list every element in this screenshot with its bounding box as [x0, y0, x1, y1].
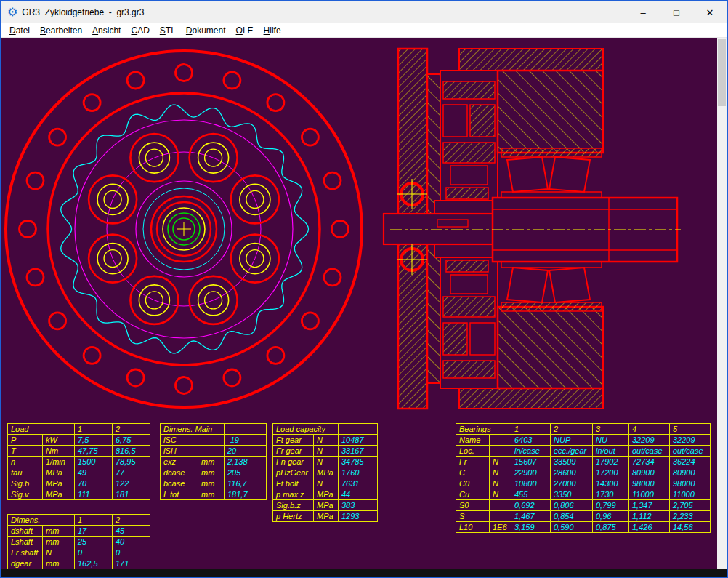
- table-row: dshaftmm1745: [8, 526, 150, 537]
- row-value: -19: [225, 435, 267, 446]
- row-label: Cu: [456, 489, 490, 500]
- pin-hole: [49, 313, 66, 329]
- table-row: FrN1560733509179027273436224: [456, 457, 711, 467]
- row-value: 1730: [593, 489, 629, 500]
- row-unit: N: [314, 435, 339, 446]
- row-value: 1760: [339, 467, 378, 478]
- table-row: C0N1080027000143009800098000: [456, 478, 711, 489]
- row-label: n: [8, 457, 43, 467]
- row-value: 1293: [339, 511, 378, 522]
- row-unit: 1E6: [490, 522, 511, 533]
- table-row: Lshaftmm2540: [8, 537, 150, 547]
- cycloid-disc-2: [443, 297, 495, 317]
- table-row: dcasemm205: [161, 467, 267, 478]
- scrollbar-thumb[interactable]: [718, 39, 726, 106]
- pin-hole: [127, 72, 144, 89]
- row-value: 36224: [670, 457, 711, 467]
- row-value: 98000: [629, 478, 670, 489]
- stack-part: [470, 323, 495, 355]
- front-view: [6, 51, 362, 407]
- menu-item-ole[interactable]: OLE: [231, 24, 259, 37]
- row-label: iSH: [161, 446, 198, 457]
- cad-canvas[interactable]: Load12PkW7,56,75TNm47,75816,5n1/min15007…: [1, 38, 727, 569]
- menu-item-ansicht[interactable]: Ansicht: [87, 24, 126, 37]
- taper-roller: [507, 157, 548, 192]
- header-row: Dimens.12: [8, 515, 150, 526]
- row-unit: [198, 435, 225, 446]
- header-row: Dimens. Main: [161, 424, 267, 435]
- dimens-main-table-container: Dimens. MainiSC-19iSH20exzmm2,138dcasemm…: [160, 423, 267, 500]
- row-label: L tot: [161, 489, 198, 500]
- row-label: Fr gear: [273, 446, 314, 457]
- window-title: GR3 Zykloidgetriebe - gr3.gr3: [22, 7, 144, 17]
- pin-hole: [302, 129, 318, 145]
- row-value: 1,347: [629, 500, 670, 511]
- taper-roller: [549, 268, 590, 302]
- menu-item-dokument[interactable]: Dokument: [181, 24, 231, 37]
- row-unit: mm: [43, 558, 75, 569]
- app-icon: ⚙: [7, 7, 17, 18]
- vertical-scrollbar[interactable]: [717, 38, 727, 569]
- header-row: Bearings12345: [456, 424, 711, 435]
- row-unit: [490, 500, 511, 511]
- column-header: 2: [113, 515, 150, 526]
- stack-part: [450, 275, 488, 294]
- menu-item-datei[interactable]: Datei: [4, 24, 35, 37]
- row-unit: MPa: [314, 467, 339, 478]
- row-unit: N: [314, 478, 339, 489]
- stack-part: [443, 81, 495, 99]
- dimens-table-container: Dimens.12dshaftmm1745Lshaftmm2540Fr shaf…: [7, 514, 150, 569]
- table-row: n1/min150078,95: [8, 457, 150, 467]
- minimize-button[interactable]: –: [626, 1, 660, 23]
- row-value: 20: [225, 446, 267, 457]
- row-label: Sig.v: [8, 489, 43, 500]
- row-label: iSC: [161, 435, 198, 446]
- column-header: 2: [551, 424, 593, 435]
- row-unit: N: [490, 489, 511, 500]
- table-title: Load: [8, 424, 75, 435]
- row-value: 816,5: [113, 446, 150, 457]
- row-label: Name: [456, 435, 490, 446]
- load-table-container: Load12PkW7,56,75TNm47,75816,5n1/min15007…: [7, 423, 150, 500]
- row-value: 205: [225, 467, 267, 478]
- row-label: Fr: [456, 457, 490, 467]
- load-capacity-table-container: Load capacityFt gearN10487Fr gearN33167F…: [272, 423, 378, 522]
- table-row: S00,6920,8060,7991,3472,705: [456, 500, 711, 511]
- row-label: S0: [456, 500, 490, 511]
- row-value: 1,112: [629, 511, 670, 522]
- cad-drawing: [1, 38, 721, 423]
- row-value: 2,705: [670, 500, 711, 511]
- row-value: 3350: [551, 489, 593, 500]
- table-row: Sig.vMPa111181: [8, 489, 150, 500]
- row-value: in/case: [511, 446, 551, 457]
- row-value: NU: [593, 435, 629, 446]
- column-header: [225, 424, 267, 435]
- menu-item-hilfe[interactable]: Hilfe: [259, 24, 286, 37]
- row-label: Sig.b.z: [273, 500, 314, 511]
- table-row: L totmm181,7: [161, 489, 267, 500]
- row-label: dshaft: [8, 526, 43, 537]
- case-bottom-plate: [459, 388, 603, 409]
- row-value: 455: [511, 489, 551, 500]
- row-value: 10487: [339, 435, 378, 446]
- row-value: 162,5: [75, 558, 113, 569]
- dimens_main-table: Dimens. MainiSC-19iSH20exzmm2,138dcasemm…: [160, 423, 267, 500]
- menu-item-bearbeiten[interactable]: Bearbeiten: [35, 24, 87, 37]
- pin-hole: [224, 369, 240, 386]
- table-row: Fr gearN33167: [273, 446, 378, 457]
- maximize-button[interactable]: □: [660, 1, 693, 23]
- row-label: L10: [456, 522, 490, 533]
- row-value: ecc./gear: [551, 446, 593, 457]
- menu-item-stl[interactable]: STL: [155, 24, 181, 37]
- table-row: iSH20: [161, 446, 267, 457]
- menu-item-cad[interactable]: CAD: [126, 24, 154, 37]
- row-label: P: [8, 435, 43, 446]
- bearing-cup: [501, 302, 602, 311]
- close-button[interactable]: ✕: [693, 1, 727, 23]
- pin-hole: [84, 95, 100, 111]
- row-value: 33509: [551, 457, 593, 467]
- row-value: 17: [75, 526, 113, 537]
- window-controls: – □ ✕: [626, 1, 727, 23]
- row-label: Lshaft: [8, 537, 43, 547]
- stack-part: [470, 105, 495, 137]
